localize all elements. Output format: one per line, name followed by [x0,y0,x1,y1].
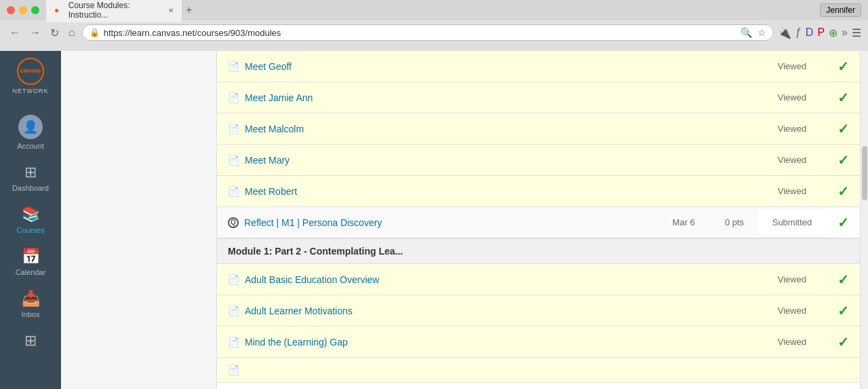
item-pts [711,91,758,105]
item-title-cell: 📄 Meet Jamie Ann [217,86,656,110]
check-icon: ✓ [837,272,849,287]
table-row: 📄 Adult Basic Education Overview Viewed … [217,264,860,295]
tab-bar: ● Course Modules: Instructio... ✕ + [46,0,820,22]
doc-icon: 📄 [228,155,239,166]
doc-icon: 📄 [228,365,239,375]
menu-icon[interactable]: ☰ [852,26,861,39]
ext-more[interactable]: » [842,26,848,39]
sidebar-label-account: Account [17,142,44,150]
item-date [656,153,711,167]
minimize-button[interactable] [19,6,27,14]
ext-icon-1[interactable]: 🔌 [778,26,791,39]
table-row: 📄 Meet Malcolm Viewed ✓ [217,113,860,145]
ext-icon-3[interactable]: D [806,26,814,39]
more-icon: ⊞ [24,332,37,350]
search-icon[interactable]: 🔍 [741,27,752,38]
address-text: https://learn.canvas.net/courses/903/mod… [104,28,736,38]
scrollbar[interactable] [860,51,868,389]
item-title[interactable]: Meet Geoff [245,61,292,72]
sidebar-item-inbox[interactable]: 📥 Inbox [0,283,61,325]
sidebar-item-dashboard[interactable]: ⊞ Dashboard [0,157,61,199]
item-pts [711,60,758,73]
item-title[interactable]: Adult Learner Motivations [245,305,353,316]
address-icons: 🔍 ☆ [741,27,766,38]
forward-button[interactable]: → [27,25,43,40]
item-title[interactable]: Meet Jamie Ann [245,92,313,103]
table-row: 📄 [217,358,860,383]
check-icon: ✓ [837,303,849,318]
title-bar: ● Course Modules: Instructio... ✕ + Jenn… [0,0,868,20]
tab-close-icon[interactable]: ✕ [168,7,174,14]
item-check: ✓ [826,145,860,175]
item-status: Viewed [758,179,826,203]
left-panel [61,51,217,389]
item-date [656,363,711,377]
check-icon: ✓ [837,335,849,350]
sidebar-item-more[interactable]: ⊞ [0,325,61,359]
item-date [656,304,711,318]
table-row: 📄 Meet Robert Viewed ✓ [217,176,860,207]
item-title-cell: 📄 Meet Mary [217,148,656,172]
inbox-icon: 📥 [22,290,40,308]
table-row: 📄 Meet Jamie Ann Viewed ✓ [217,82,860,113]
check-icon: ✓ [837,184,849,199]
star-icon[interactable]: ☆ [757,27,766,38]
doc-icon: 📄 [228,61,239,72]
item-check: ✓ [826,114,860,144]
maximize-button[interactable] [31,6,39,14]
tab-favicon: ● [54,5,63,15]
sidebar-item-account[interactable]: 👤 Account [0,108,61,157]
item-title[interactable]: Mind the (Learning) Gap [245,337,348,348]
item-title[interactable]: Meet Malcolm [245,124,304,134]
item-date [656,91,711,105]
logo-circle: canvas [17,58,44,85]
back-button[interactable]: ← [7,25,23,40]
new-tab-button[interactable]: + [182,4,196,16]
item-status: Viewed [758,117,826,141]
item-status: Viewed [758,267,826,291]
browser-extensions: 🔌 ƒ D P ⊕ » ☰ [778,26,861,39]
browser-chrome: ● Course Modules: Instructio... ✕ + Jenn… [0,0,868,51]
item-date [656,335,711,349]
item-status: Viewed [758,54,826,78]
item-title-cell: 📄 Meet Geoff [217,54,656,79]
item-title[interactable]: Adult Basic Education Overview [245,274,379,285]
doc-icon: 📄 [228,305,239,316]
item-title-cell: 📄 Adult Basic Education Overview [217,267,656,292]
avatar: 👤 [18,115,43,139]
item-status: Viewed [758,299,826,322]
sidebar-label-courses: Courses [17,226,45,234]
ext-icon-2[interactable]: ƒ [795,26,802,39]
home-button[interactable]: ⌂ [66,25,78,40]
active-tab[interactable]: ● Course Modules: Instructio... ✕ [46,0,182,22]
item-check: ✓ [826,208,860,238]
ext-icon-4[interactable]: P [817,26,825,39]
check-icon: ✓ [837,122,849,136]
item-title-cell: 📄 Adult Learner Motivations [217,299,656,323]
item-check: ✓ [826,83,860,113]
ext-icon-5[interactable]: ⊕ [829,26,837,39]
item-status: Viewed [758,86,826,109]
item-title[interactable]: Reflect | M1 | Persona Discovery [244,217,382,228]
sidebar-item-courses[interactable]: 📚 Courses [0,199,61,241]
table-row: 📄 Mind the (Learning) Gap Viewed ✓ [217,327,860,358]
item-date: Mar 6 [656,210,711,234]
dashboard-icon: ⊞ [24,164,37,181]
item-check: ✓ [826,327,860,357]
sidebar-item-calendar[interactable]: 📅 Calendar [0,241,61,283]
scrollbar-thumb[interactable] [862,146,867,200]
doc-icon: 📄 [228,92,239,103]
sidebar: canvas network 👤 Account ⊞ Dashboard 📚 C… [0,51,61,389]
tab-label: Course Modules: Instructio... [68,1,163,20]
item-status: Submitted [758,210,826,234]
close-button[interactable] [7,6,15,14]
courses-icon: 📚 [22,206,40,223]
sidebar-label-calendar: Calendar [16,268,46,276]
item-title[interactable]: Meet Mary [245,155,290,166]
address-bar[interactable]: 🔒 https://learn.canvas.net/courses/903/m… [82,24,774,41]
item-title[interactable]: Meet Robert [245,186,297,197]
sidebar-label-inbox: Inbox [22,310,40,318]
table-row: 📄 Meet Mary Viewed ✓ [217,145,860,176]
item-title-cell: 📄 Meet Malcolm [217,117,656,141]
reload-button[interactable]: ↻ [47,25,62,41]
